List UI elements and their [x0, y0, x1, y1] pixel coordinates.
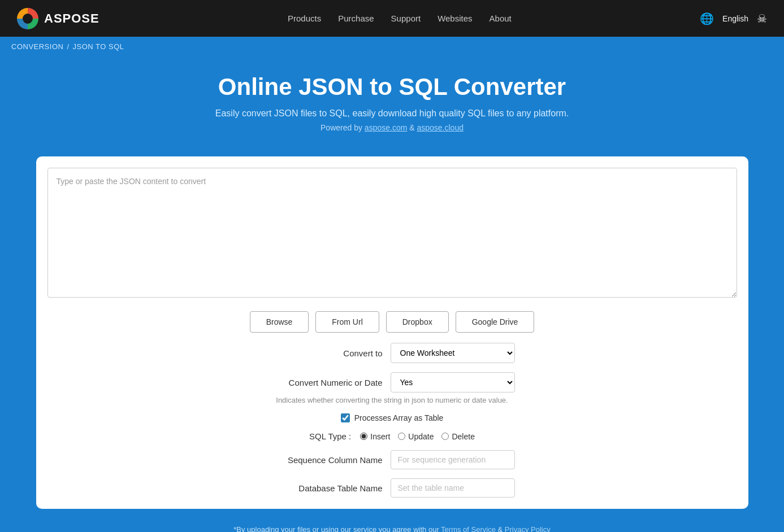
nav-purchase[interactable]: Purchase	[338, 14, 374, 23]
sequence-column-label: Sequence Column Name	[270, 455, 383, 465]
convert-to-label: Convert to	[270, 348, 383, 358]
database-table-row: Database Table Name	[270, 478, 515, 498]
hero-section: Online JSON to SQL Converter Easily conv…	[0, 56, 784, 148]
navbar-logo-area: ASPOSE	[17, 8, 99, 29]
convert-numeric-row: Convert Numeric or Date Yes No	[270, 372, 515, 393]
processes-array-checkbox[interactable]	[341, 413, 350, 422]
navbar-right: 🌐 English ☠	[700, 12, 767, 25]
json-input[interactable]	[47, 168, 737, 298]
database-table-label: Database Table Name	[270, 483, 383, 493]
language-label[interactable]: English	[722, 14, 748, 23]
footer-text: *By uploading your files or using our se…	[233, 525, 439, 532]
nav-about[interactable]: About	[490, 14, 512, 23]
options-section: Convert to One Worksheet Multiple Worksh…	[47, 343, 737, 498]
from-url-button[interactable]: From Url	[315, 311, 379, 333]
main-card: Browse From Url Dropbox Google Drive Con…	[36, 156, 748, 509]
breadcrumb-current: JSON TO SQL	[73, 42, 124, 51]
processes-array-row: Processes Array as Table	[341, 413, 444, 422]
convert-numeric-hint: Indicates whether converting the string …	[276, 396, 508, 404]
navbar: ASPOSE Products Purchase Support Website…	[0, 0, 784, 37]
google-drive-button[interactable]: Google Drive	[456, 311, 535, 333]
terms-of-service-link[interactable]: Terms of Service	[441, 525, 496, 532]
sql-type-insert-radio[interactable]	[360, 433, 367, 440]
nav-websites[interactable]: Websites	[438, 14, 472, 23]
sql-type-update: Update	[398, 432, 434, 441]
privacy-policy-link[interactable]: Privacy Policy	[505, 525, 551, 532]
aspose-com-link[interactable]: aspose.com	[365, 123, 407, 132]
convert-numeric-label: Convert Numeric or Date	[270, 378, 383, 387]
sql-type-row: SQL Type : Insert Update Delete	[309, 431, 475, 441]
breadcrumb-separator: /	[67, 42, 69, 51]
file-buttons-row: Browse From Url Dropbox Google Drive	[47, 311, 737, 333]
sql-type-delete-label: Delete	[452, 432, 474, 441]
powered-text: Powered by aspose.com & aspose.cloud	[11, 123, 773, 132]
logo-icon[interactable]	[17, 8, 38, 29]
convert-to-select[interactable]: One Worksheet Multiple Worksheets	[391, 343, 515, 363]
sql-type-update-label: Update	[408, 432, 434, 441]
sequence-column-input[interactable]	[391, 450, 515, 469]
user-icon[interactable]: ☠	[757, 12, 767, 25]
sql-type-delete-radio[interactable]	[441, 433, 449, 440]
nav-products[interactable]: Products	[288, 14, 321, 23]
nav-support[interactable]: Support	[391, 14, 421, 23]
sequence-column-row: Sequence Column Name	[270, 450, 515, 469]
page-title: Online JSON to SQL Converter	[11, 73, 773, 101]
sql-type-delete: Delete	[441, 432, 474, 441]
hero-subtitle: Easily convert JSON files to SQL, easily…	[11, 108, 773, 119]
globe-icon: 🌐	[700, 12, 714, 25]
convert-to-row: Convert to One Worksheet Multiple Worksh…	[270, 343, 515, 363]
sql-type-insert-label: Insert	[370, 432, 390, 441]
navbar-nav: Products Purchase Support Websites About	[288, 14, 512, 23]
sql-type-radio-group: Insert Update Delete	[360, 432, 475, 441]
breadcrumb: CONVERSION / JSON TO SQL	[0, 37, 784, 56]
processes-array-label: Processes Array as Table	[354, 413, 444, 422]
browse-button[interactable]: Browse	[250, 311, 309, 333]
dropbox-button[interactable]: Dropbox	[386, 311, 449, 333]
convert-numeric-select[interactable]: Yes No	[391, 372, 515, 393]
sql-type-insert: Insert	[360, 432, 390, 441]
sql-type-update-radio[interactable]	[398, 433, 405, 440]
aspose-cloud-link[interactable]: aspose.cloud	[417, 123, 464, 132]
logo-text: ASPOSE	[44, 11, 99, 26]
breadcrumb-conversion[interactable]: CONVERSION	[11, 42, 63, 51]
database-table-input[interactable]	[391, 478, 515, 498]
footer-bar: *By uploading your files or using our se…	[0, 517, 784, 532]
sql-type-label: SQL Type :	[309, 431, 351, 441]
